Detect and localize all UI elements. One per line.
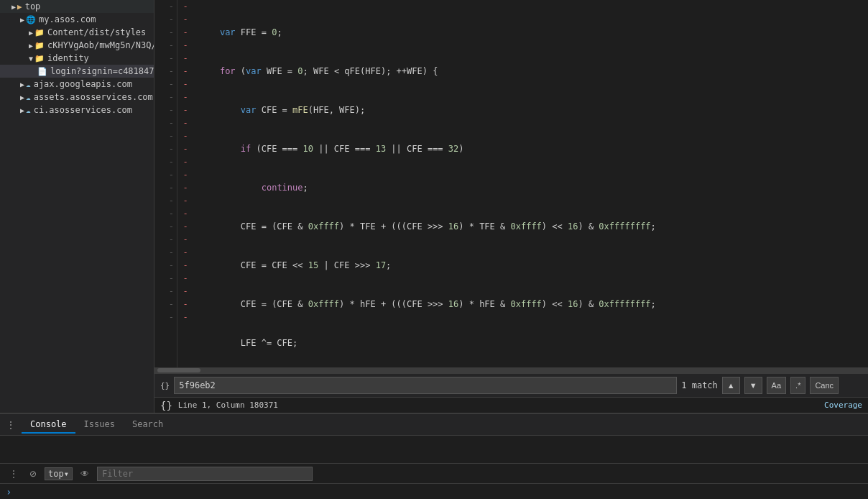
horizontal-scrollbar[interactable] — [154, 367, 868, 373]
sidebar-item-ci[interactable]: ▶ ☁ ci.asosservices.com — [0, 104, 154, 116]
code-area: ----- ----- ----- ----- ----- ----- ----… — [154, 0, 868, 413]
top-dropdown[interactable]: top ▾ — [45, 467, 73, 480]
sidebar-item-identity[interactable]: ▼ 📁 identity — [0, 52, 154, 65]
top-label: top — [48, 469, 64, 479]
sidebar-label-ck: cKHYVgAob/mwMg5n/N3Q/ — [47, 40, 154, 50]
code-line: for (var WFE = 0; WFE < qFE(HFE); ++WFE)… — [199, 65, 862, 78]
panel-content — [0, 436, 868, 463]
console-prompt: › — [0, 483, 868, 499]
collapse-arrow-icon: ▶ — [20, 16, 24, 24]
format-icon-status: {} — [160, 400, 172, 411]
arrow-icon-assets: ▶ — [20, 93, 24, 101]
sidebar-label-myasos: my.asos.com — [39, 14, 96, 24]
line-numbers: ----- ----- ----- ----- ----- — [154, 0, 177, 367]
sidebar-label-login: login?signin=c481847f3ae — [50, 66, 154, 76]
folder-icon: ▶ — [17, 2, 22, 12]
cloud-icon-ajax: ☁ — [26, 80, 31, 89]
line-col-status: Line 1, Column 180371 — [178, 400, 278, 410]
sidebar-item-ckhyv[interactable]: ▶ 📁 cKHYVgAob/mwMg5n/N3Q/ — [0, 39, 154, 52]
bottom-panel: ⋮ Console Issues Search ⋮ ⊘ top ▾ 👁 › — [0, 413, 868, 499]
tab-issues[interactable]: Issues — [75, 416, 124, 434]
sidebar-label-ci: ci.asosservices.com — [34, 105, 132, 115]
arrow-icon-ajax: ▶ — [20, 81, 24, 88]
folder-icon-identity: 📁 — [34, 54, 45, 63]
arrow-icon-ck: ▶ — [29, 42, 33, 50]
sidebar-label-content: Content/dist/styles — [47, 27, 146, 37]
sidebar-item-myasos[interactable]: ▶ 🌐 my.asos.com — [0, 13, 154, 26]
code-line: var CFE = mFE(HFE, WFE); — [199, 104, 862, 116]
folder-icon-content: 📁 — [34, 28, 45, 37]
coverage-link[interactable]: Coverage — [824, 400, 862, 410]
close-search-btn[interactable]: Canc — [810, 377, 839, 394]
code-line: var FFE = 0; — [199, 26, 862, 39]
arrow-icon-identity: ▼ — [29, 55, 33, 63]
sidebar-item-login[interactable]: 📄 login?signin=c481847f3ae — [0, 65, 154, 78]
sidebar-label-identity: identity — [47, 53, 89, 63]
sidebar-label-ajax: ajax.googleapis.com — [34, 79, 132, 89]
code-line: CFE = CFE << 15 | CFE >>> 17; — [199, 259, 862, 272]
cloud-icon-assets: ☁ — [26, 93, 31, 102]
search-input[interactable] — [179, 380, 672, 390]
panel-tabs: ⋮ Console Issues Search — [0, 414, 868, 436]
sidebar-item-content-dist[interactable]: ▶ 📁 Content/dist/styles — [0, 26, 154, 39]
prompt-arrow-icon: › — [6, 486, 11, 498]
tab-console[interactable]: Console — [22, 416, 75, 434]
tab-search[interactable]: Search — [124, 416, 172, 434]
search-up-btn[interactable]: ▲ — [722, 377, 740, 394]
code-line: CFE = (CFE & 0xffff) * TFE + (((CFE >>> … — [199, 220, 862, 233]
code-line: CFE = (CFE & 0xffff) * hFE + (((CFE >>> … — [199, 298, 862, 311]
arrow-icon-ci: ▶ — [20, 106, 24, 114]
code-line: LFE ^= CFE; — [199, 337, 862, 349]
case-sensitive-btn[interactable]: Aa — [767, 377, 786, 394]
sidebar-item-top[interactable]: ▶ ▶ top — [0, 0, 154, 13]
filter-input[interactable] — [97, 467, 313, 481]
folder-icon-ck: 📁 — [34, 41, 45, 50]
search-input-wrapper — [174, 377, 677, 394]
search-bar: {} 1 match ▲ ▼ Aa .* Canc — [154, 373, 868, 397]
diff-gutter: ----- ----- ----- ----- ----- — [177, 0, 193, 367]
dropdown-chevron-icon: ▾ — [64, 469, 69, 479]
search-down-btn[interactable]: ▼ — [744, 377, 762, 394]
clear-console-btn[interactable]: ⊘ — [26, 467, 40, 480]
console-menu-btn[interactable]: ⋮ — [6, 467, 22, 480]
panel-menu-icon[interactable]: ⋮ — [6, 419, 16, 431]
console-toolbar: ⋮ ⊘ top ▾ 👁 — [0, 463, 868, 483]
cloud-icon-ci: ☁ — [26, 106, 31, 115]
status-bar: {} Line 1, Column 180371 Coverage — [154, 397, 868, 413]
regex-btn[interactable]: .* — [790, 377, 805, 394]
sidebar: ▶ ▶ top ▶ 🌐 my.asos.com ▶ 📁 Content/dist… — [0, 0, 154, 413]
scrollbar-thumb — [157, 368, 200, 372]
code-line: if (CFE === 10 || CFE === 13 || CFE === … — [199, 142, 862, 155]
sidebar-item-ajax[interactable]: ▶ ☁ ajax.googleapis.com — [0, 78, 154, 91]
code-line: continue; — [199, 181, 862, 194]
arrow-icon-content: ▶ — [29, 29, 33, 37]
sidebar-label-top: top — [25, 1, 41, 12]
domain-icon: 🌐 — [26, 15, 36, 24]
code-content[interactable]: var FFE = 0; for (var WFE = 0; WFE < qFE… — [193, 0, 868, 367]
show-eye-btn[interactable]: 👁 — [77, 467, 93, 480]
main-container: ▶ ▶ top ▶ 🌐 my.asos.com ▶ 📁 Content/dist… — [0, 0, 868, 413]
sidebar-label-assets: assets.asosservices.com — [34, 92, 153, 102]
file-icon-login: 📄 — [37, 67, 47, 76]
code-editor: ----- ----- ----- ----- ----- ----- ----… — [154, 0, 868, 367]
format-icon: {} — [160, 381, 170, 390]
arrow-icon: ▶ — [11, 3, 16, 11]
sidebar-item-assets[interactable]: ▶ ☁ assets.asosservices.com — [0, 91, 154, 104]
match-count: 1 match — [681, 380, 718, 390]
